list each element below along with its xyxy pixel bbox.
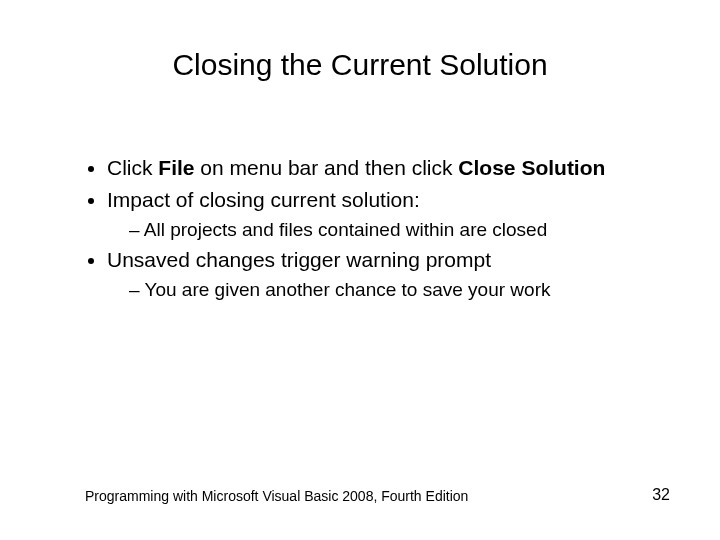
bullet-item: Click File on menu bar and then click Cl… xyxy=(107,155,650,181)
bullet-item: Unsaved changes trigger warning prompt Y… xyxy=(107,247,650,301)
text-run: Click xyxy=(107,156,158,179)
sub-bullet-item: All projects and files contained within … xyxy=(129,218,650,242)
slide-body: Click File on menu bar and then click Cl… xyxy=(85,155,650,307)
slide: Closing the Current Solution Click File … xyxy=(0,0,720,540)
slide-title: Closing the Current Solution xyxy=(0,48,720,82)
sub-bullet-list: All projects and files contained within … xyxy=(107,218,650,242)
bullet-item: Impact of closing current solution: All … xyxy=(107,187,650,241)
text-run: Unsaved changes trigger warning prompt xyxy=(107,248,491,271)
sub-bullet-item: You are given another chance to save you… xyxy=(129,278,650,302)
text-run-bold: Close Solution xyxy=(458,156,605,179)
text-run-bold: File xyxy=(158,156,194,179)
text-run: on menu bar and then click xyxy=(195,156,459,179)
text-run: Impact of closing current solution: xyxy=(107,188,420,211)
page-number: 32 xyxy=(652,486,670,504)
bullet-list: Click File on menu bar and then click Cl… xyxy=(85,155,650,301)
footer-text: Programming with Microsoft Visual Basic … xyxy=(85,488,468,504)
sub-bullet-list: You are given another chance to save you… xyxy=(107,278,650,302)
